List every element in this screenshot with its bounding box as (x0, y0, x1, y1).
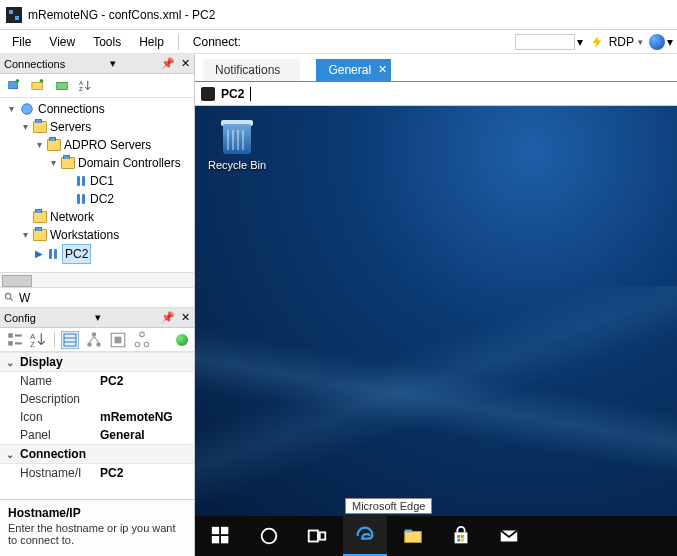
svg-rect-43 (309, 531, 318, 542)
prop-row-name[interactable]: NamePC2 (0, 372, 194, 390)
tree-connection-dc1[interactable]: DC1 (60, 172, 192, 190)
svg-rect-2 (15, 16, 19, 20)
document-tabs: Notifications General✕ (195, 54, 677, 82)
tree-connection-dc2[interactable]: DC2 (60, 190, 192, 208)
pin-icon[interactable]: 📌 (161, 57, 175, 70)
recycle-bin-icon (219, 116, 255, 156)
chevron-down-icon: ⌄ (6, 357, 14, 368)
prop-row-hostname[interactable]: Hostname/IPC2 (0, 464, 194, 482)
start-button[interactable] (199, 516, 243, 556)
pin-icon[interactable]: 📌 (161, 311, 175, 324)
globe-icon[interactable] (649, 34, 665, 50)
tree-folder-servers[interactable]: ▾Servers (18, 118, 192, 136)
folder-icon (61, 157, 75, 169)
connection-tree[interactable]: ▾Connections ▾Servers ▾ADPRO Servers ▾Do… (0, 98, 194, 272)
svg-point-42 (262, 529, 277, 544)
menu-file[interactable]: File (4, 33, 39, 51)
svg-line-32 (94, 336, 99, 342)
taskbar-explorer[interactable] (391, 516, 435, 556)
tree-folder-workstations[interactable]: ▾Workstations (18, 226, 192, 244)
titlebar: mRemoteNG - confCons.xml - PC2 (0, 0, 677, 30)
default-inh-icon[interactable] (133, 331, 151, 349)
svg-rect-48 (457, 535, 460, 538)
menu-view[interactable]: View (41, 33, 83, 51)
svg-point-28 (92, 332, 97, 337)
svg-rect-50 (457, 539, 460, 542)
sort-az-icon[interactable]: AZ (78, 78, 94, 94)
panel-menu-icon[interactable]: ▾ (95, 311, 101, 324)
categorized-icon[interactable] (6, 331, 24, 349)
close-icon[interactable]: ✕ (181, 57, 190, 70)
menu-tools[interactable]: Tools (85, 33, 129, 51)
connect-label: Connect: (185, 33, 249, 51)
menubar: File View Tools Help Connect: ▾ RDP ▾ ▾ (0, 30, 677, 54)
tree-folder-adpro[interactable]: ▾ADPRO Servers (32, 136, 192, 154)
svg-point-36 (135, 342, 140, 347)
svg-rect-0 (6, 7, 22, 23)
quickconnect-host-input[interactable] (515, 34, 575, 50)
globe-dropdown-icon[interactable]: ▾ (667, 35, 673, 49)
svg-rect-39 (221, 527, 228, 534)
menu-help[interactable]: Help (131, 33, 172, 51)
tree-folder-network[interactable]: Network (18, 208, 192, 226)
prop-row-panel[interactable]: PanelGeneral (0, 426, 194, 444)
close-icon[interactable]: ✕ (181, 311, 190, 324)
config-toolbar: AZ (0, 328, 194, 352)
svg-point-30 (96, 342, 101, 347)
remote-taskbar (195, 516, 677, 556)
session-label[interactable]: PC2 (221, 87, 244, 101)
tree-connection-pc2[interactable]: ▶PC2 (32, 244, 192, 264)
folder-icon (33, 121, 47, 133)
prop-row-description[interactable]: Description (0, 390, 194, 408)
chevron-down-icon: ⌄ (6, 449, 14, 460)
folder-icon (47, 139, 61, 151)
cortana-button[interactable] (247, 516, 291, 556)
inheritance-icon[interactable] (85, 331, 103, 349)
taskbar-mail[interactable] (487, 516, 531, 556)
tree-hscrollbar[interactable] (0, 272, 194, 288)
default-prop-icon[interactable] (109, 331, 127, 349)
remote-desktop-view[interactable]: Recycle Bin Microsoft Edge (195, 106, 677, 556)
help-title: Hostname/IP (8, 506, 186, 520)
tree-search-input[interactable] (19, 291, 190, 305)
play-icon: ▶ (34, 245, 44, 263)
tree-root[interactable]: ▾Connections (4, 100, 192, 118)
svg-rect-46 (405, 530, 412, 533)
taskbar-store[interactable] (439, 516, 483, 556)
tree-folder-dcs[interactable]: ▾Domain Controllers (46, 154, 192, 172)
taskbar-tooltip: Microsoft Edge (345, 498, 432, 514)
view-icon[interactable] (54, 78, 70, 94)
svg-rect-40 (212, 536, 219, 543)
svg-rect-11 (57, 82, 68, 89)
svg-rect-25 (64, 334, 76, 346)
panel-menu-icon[interactable]: ▾ (110, 57, 116, 70)
property-grid[interactable]: ⌄Display NamePC2 Description IconmRemote… (0, 352, 194, 499)
property-help: Hostname/IP Enter the hostname or ip you… (0, 499, 194, 556)
svg-rect-1 (9, 10, 13, 14)
alphabetical-icon[interactable]: AZ (30, 331, 48, 349)
connections-toolbar: AZ (0, 74, 194, 98)
svg-line-31 (90, 336, 95, 342)
menu-separator (178, 34, 179, 50)
connection-icon (75, 175, 87, 187)
prop-category-connection[interactable]: ⌄Connection (0, 444, 194, 464)
protocol-selector[interactable]: RDP ▾ (585, 34, 647, 50)
svg-rect-38 (212, 527, 219, 534)
desktop-recycle-bin[interactable]: Recycle Bin (205, 116, 269, 171)
session-caret (250, 87, 251, 101)
close-icon[interactable]: ✕ (378, 63, 387, 76)
taskbar-edge[interactable] (343, 516, 387, 556)
properties-icon[interactable] (61, 331, 79, 349)
tab-notifications[interactable]: Notifications (203, 59, 300, 81)
new-connection-icon[interactable] (6, 78, 22, 94)
new-folder-icon[interactable] (30, 78, 46, 94)
quickconnect-host-dropdown-icon[interactable]: ▾ (577, 35, 583, 49)
tab-general[interactable]: General✕ (316, 59, 391, 81)
prop-row-icon[interactable]: IconmRemoteNG (0, 408, 194, 426)
svg-point-15 (22, 104, 33, 115)
connections-panel-title: Connections (4, 58, 65, 70)
protocol-label: RDP (609, 35, 634, 49)
prop-category-display[interactable]: ⌄Display (0, 352, 194, 372)
lightning-icon (589, 34, 605, 50)
task-view-button[interactable] (295, 516, 339, 556)
